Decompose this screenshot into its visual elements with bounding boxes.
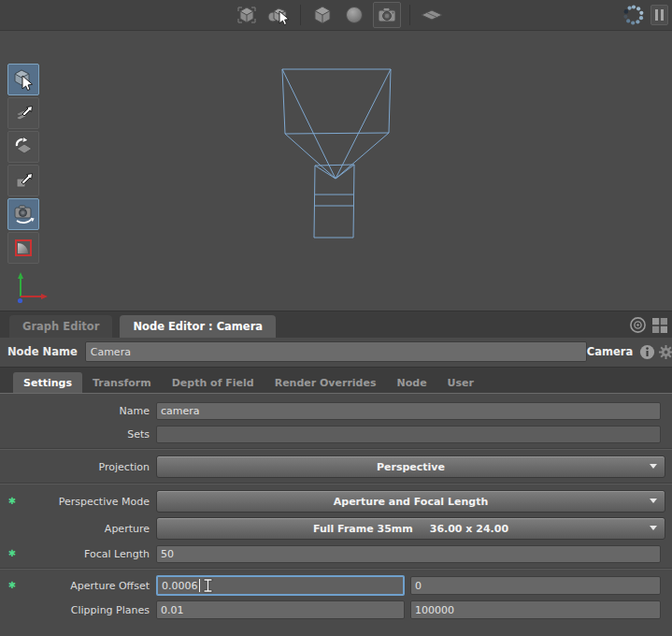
- projection-label: Projection: [24, 461, 156, 473]
- node-name-label: Node Name: [7, 345, 78, 358]
- projection-dropdown[interactable]: Perspective: [156, 455, 665, 478]
- row-projection: ✱ Projection Perspective: [0, 455, 672, 478]
- row-sets: ✱ Sets: [0, 425, 672, 443]
- info-icon[interactable]: [639, 344, 655, 360]
- row-clipping-planes: ✱ Clipping Planes: [0, 600, 672, 619]
- toolbar-separator: [409, 5, 410, 25]
- separator: [0, 448, 672, 450]
- node-type-label: Camera: [587, 345, 633, 358]
- object-cursor-icon[interactable]: [265, 3, 292, 27]
- sets-input[interactable]: [156, 426, 661, 443]
- perspective-mode-value: Aperture and Focal Length: [334, 496, 488, 508]
- tab-settings[interactable]: Settings: [13, 372, 82, 394]
- name-input[interactable]: [156, 402, 661, 420]
- axis-gizmo: [6, 268, 50, 308]
- cube-icon[interactable]: [309, 3, 336, 27]
- application-window: Graph Editor Node Editor : Camera Node N…: [0, 0, 672, 636]
- tool-select[interactable]: [7, 64, 39, 95]
- tab-user[interactable]: User: [437, 372, 484, 394]
- tool-camera[interactable]: [7, 198, 39, 230]
- attribute-content: ✱ Name ✱ Sets ✱ Projection Perspective: [0, 393, 672, 636]
- progress-spinner-icon: [622, 3, 646, 27]
- row-focal-length: ✱ Focal Length: [0, 544, 672, 563]
- tab-node[interactable]: Node: [387, 372, 437, 394]
- aperture-dropdown[interactable]: Full Frame 35mm 36.00 x 24.00: [156, 517, 665, 540]
- row-name: ✱ Name: [0, 401, 672, 420]
- aperture-size-value: 36.00 x 24.00: [430, 523, 508, 535]
- perspective-mode-label: Perspective Mode: [24, 496, 156, 508]
- focal-length-input[interactable]: [156, 545, 661, 563]
- row-aperture-offset: ✱ Aperture Offset: [0, 575, 672, 596]
- layout-grid-icon[interactable]: [651, 317, 668, 334]
- aperture-offset-label: Aperture Offset: [24, 580, 156, 592]
- attribute-tab-bar: Settings Transform Depth of Field Render…: [0, 367, 672, 394]
- gear-icon[interactable]: [658, 344, 672, 360]
- tool-translate[interactable]: [7, 97, 39, 129]
- node-editor-panel: Graph Editor Node Editor : Camera Node N…: [0, 311, 672, 636]
- ibeam-cursor-icon: [203, 578, 213, 593]
- aperture-label: Aperture: [24, 523, 156, 535]
- node-name-input[interactable]: [85, 341, 587, 362]
- panel-tab-bar: Graph Editor Node Editor : Camera: [0, 311, 672, 339]
- node-name-row: Node Name Camera: [0, 338, 672, 366]
- grid-plane-icon[interactable]: [419, 3, 445, 27]
- chevron-down-icon: [650, 526, 657, 530]
- separator: [0, 483, 672, 484]
- projection-value: Perspective: [377, 461, 445, 473]
- tool-scale[interactable]: [7, 165, 39, 196]
- aperture-offset-x-input[interactable]: [156, 575, 405, 596]
- tool-column: [7, 64, 39, 264]
- viewport-3d[interactable]: [0, 31, 672, 311]
- aperture-offset-y-input[interactable]: [410, 576, 661, 595]
- tab-node-editor[interactable]: Node Editor : Camera: [120, 315, 276, 338]
- sphere-icon[interactable]: [341, 3, 367, 27]
- tab-graph-editor[interactable]: Graph Editor: [9, 315, 112, 338]
- name-label: Name: [24, 405, 156, 417]
- keyed-indicator: ✱: [0, 549, 24, 558]
- tool-render-region[interactable]: [7, 232, 39, 264]
- clipping-near-input[interactable]: [156, 600, 405, 619]
- cube-brackets-icon[interactable]: [234, 3, 260, 27]
- clipping-planes-label: Clipping Planes: [24, 604, 156, 616]
- separator: [0, 568, 672, 570]
- tab-depth-of-field[interactable]: Depth of Field: [162, 372, 265, 394]
- chevron-down-icon: [650, 464, 657, 469]
- tab-transform[interactable]: Transform: [82, 372, 162, 394]
- clipping-far-input[interactable]: [410, 600, 661, 619]
- chevron-down-icon: [650, 499, 657, 503]
- tab-render-overrides[interactable]: Render Overrides: [265, 372, 387, 394]
- tool-rotate[interactable]: [7, 131, 39, 163]
- aperture-preset-value: Full Frame 35mm: [313, 523, 413, 535]
- text-caret: [199, 579, 200, 592]
- camera-icon[interactable]: [373, 2, 401, 28]
- row-perspective-mode: ✱ Perspective Mode Aperture and Focal Le…: [0, 490, 672, 513]
- top-toolbar: [0, 0, 672, 31]
- perspective-mode-dropdown[interactable]: Aperture and Focal Length: [156, 490, 665, 513]
- toolbar-separator: [300, 5, 301, 25]
- keyed-indicator: ✱: [0, 497, 24, 506]
- pause-button[interactable]: [651, 5, 668, 25]
- focal-length-label: Focal Length: [24, 548, 156, 560]
- target-icon[interactable]: [628, 315, 648, 335]
- sets-label: Sets: [24, 428, 156, 441]
- camera-wireframe: [262, 57, 411, 244]
- row-aperture: ✱ Aperture Full Frame 35mm 36.00 x 24.00: [0, 517, 672, 540]
- keyed-indicator: ✱: [0, 581, 24, 590]
